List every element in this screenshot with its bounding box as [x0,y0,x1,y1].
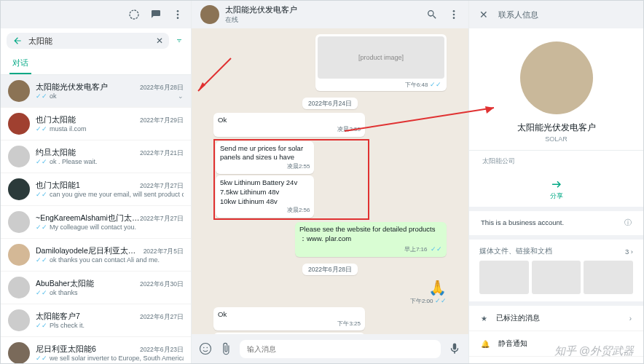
chat-date: 2022年7月27日 [140,215,184,223]
profile-section: 太阳能光伏发电客户 SOLAR [469,28,643,151]
business-notice: This is a business account. ⓘ [469,211,643,240]
svg-point-5 [453,14,455,16]
avatar [8,146,30,167]
chat-item[interactable]: 也门太阳能12022年7月27日 ✓✓can you give me your … [1,173,191,206]
chat-preview: ✓✓we sell solar inverter to Europe, Sout… [36,355,184,362]
msg-in[interactable]: Ok下午3:25 [213,307,365,331]
share-row[interactable]: 分享 [469,170,643,211]
svg-point-2 [177,14,179,16]
msg-in[interactable]: Ok凌晨2:55 [213,113,365,137]
message-input[interactable] [240,340,441,358]
chat-item[interactable]: 太阳能客户72022年6月27日 ✓✓Pls check it. [1,304,191,337]
msg-in[interactable]: Send me ur prices for solar panels and s… [216,141,314,174]
new-chat-icon[interactable] [150,9,162,20]
chat-header-status: 在线 [225,15,420,25]
avatar [8,211,30,233]
svg-point-3 [177,17,179,19]
svg-point-7 [200,344,211,355]
avatar [8,178,30,200]
status-icon[interactable] [128,9,140,20]
back-arrow-icon[interactable] [12,36,23,46]
chat-preview: ✓✓can you give me your email, will sent … [36,191,184,198]
messages: [product image] 下午6:48 ✓✓ 2022年6月24日 Ok凌… [192,28,468,334]
chat-name: AbuBaher太阳能 [36,279,94,289]
chat-date: 2022年7月27日 [140,182,184,191]
highlighted-group: Send me ur prices for solar panels and s… [213,139,369,221]
avatar [8,244,30,266]
date-chip: 2022年6月24日 [213,95,447,108]
search-bar: ✕ [1,28,191,53]
svg-point-0 [130,10,138,19]
attach-icon[interactable] [219,342,232,355]
chat-name: 约旦太阳能 [36,148,76,158]
avatar [8,277,30,298]
msg-out[interactable]: Please see the website for detailed prod… [295,222,447,256]
media-thumb[interactable] [532,261,581,294]
chat-name: 尼日利亚太阳能6 [36,344,96,355]
svg-point-4 [453,10,455,12]
chat-preview: ✓✓ok . Please wait. [36,158,184,165]
chat-header-name: 太阳能光伏发电客户 [225,4,420,15]
close-icon[interactable]: ✕ [479,9,488,20]
share-icon [550,176,563,189]
chat-item[interactable]: 也门太阳能2022年7月29日 ✓✓musta il.com [1,108,191,141]
center-panel: 太阳能光伏发电客户 在线 [product image] 下午6:48 ✓✓ 2… [192,1,468,363]
profile-sub: SOLAR [469,135,643,143]
profile-avatar[interactable] [520,41,593,114]
profile-name: 太阳能光伏发电客户 [469,122,643,134]
chat-date: 2022年7月21日 [140,149,184,158]
chat-name: ~EngKareemAlshami也门太阳能 [36,213,140,223]
emoji-msg[interactable]: 🙏下午2:00 ✓✓ [295,279,447,305]
starred-row[interactable]: ★ 已标注的消息 › [469,306,643,331]
chat-preview: ✓✓ok thanks you can contact Ali and me. [36,256,184,264]
chat-name: Damilolayodele尼日利亚太阳能 [36,246,144,256]
svg-point-9 [207,347,208,349]
avatar [8,80,30,102]
menu-icon[interactable] [448,9,460,20]
tab-conversations[interactable]: 对话 [9,53,31,74]
chat-preview: ✓✓My colleague will contact you. [36,223,184,231]
emoji-icon[interactable] [199,342,212,355]
media-thumb[interactable] [479,261,529,294]
right-header: ✕ 联系人信息 [469,1,643,28]
svg-point-8 [203,347,205,349]
search-icon[interactable] [426,9,438,20]
msg-in[interactable]: 5kw Lithinum Battery 24v 7.5kw Lithinum … [216,175,314,218]
chat-item[interactable]: Damilolayodele尼日利亚太阳能2022年7月5日 ✓✓ok than… [1,239,191,272]
chat-date: 2022年6月30日 [140,280,184,289]
clear-search-icon[interactable]: ✕ [156,36,163,46]
input-bar [192,334,468,363]
msg-in[interactable]: That's good下午3:25 [213,333,365,334]
chat-preview: ✓✓ok⌄ [36,92,184,100]
chat-item[interactable]: ~EngKareemAlshami也门太阳能2022年7月27日 ✓✓My co… [1,206,191,239]
chat-date: 2022年6月27日 [140,313,184,322]
media-thumb[interactable] [584,261,633,294]
chat-preview: ✓✓ok thanks [36,289,184,296]
left-header [1,1,191,28]
chat-item[interactable]: 尼日利亚太阳能62022年6月23日 ✓✓we sell solar inver… [1,337,191,363]
filter-icon[interactable] [173,35,185,47]
image-message[interactable]: [product image] 下午6:48 ✓✓ [315,34,447,91]
mute-row[interactable]: 🔔 静音通知 [469,331,643,357]
chat-name: 也门太阳能 [36,115,76,125]
chat-header-avatar[interactable] [200,5,219,24]
chat-preview: ✓✓musta il.com [36,125,184,132]
menu-icon[interactable] [172,9,184,20]
svg-point-6 [453,17,455,19]
chat-item[interactable]: AbuBaher太阳能2022年6月30日 ✓✓ok thanks [1,272,191,304]
chat-name: 太阳能客户7 [36,312,80,322]
chat-item[interactable]: 约旦太阳能2022年7月21日 ✓✓ok . Please wait. [1,141,191,173]
chat-name: 也门太阳能1 [36,181,80,191]
avatar [8,309,30,331]
chat-date: 2022年7月29日 [140,116,184,125]
chat-item[interactable]: 太阳能光伏发电客户2022年6月28日 ✓✓ok⌄ [1,75,191,108]
chat-list: 太阳能光伏发电客户2022年6月28日 ✓✓ok⌄ 也门太阳能2022年7月29… [1,75,191,363]
chat-date: 2022年7月5日 [144,248,184,256]
date-chip: 2022年6月28日 [213,261,447,274]
left-panel: ✕ 对话 太阳能光伏发电客户2022年6月28日 ✓✓ok⌄ 也门太阳能2022… [1,1,192,363]
chat-name: 太阳能光伏发电客户 [36,82,108,92]
media-section[interactable]: 媒体文件、链接和文档 3 › [469,240,643,306]
avatar [8,113,30,135]
search-input[interactable] [28,36,150,45]
mic-icon[interactable] [448,342,461,355]
